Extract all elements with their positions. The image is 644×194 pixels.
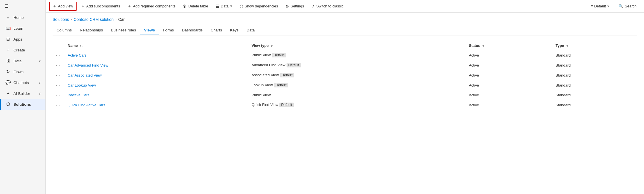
row-actions[interactable]: ··· bbox=[53, 80, 64, 90]
switch-classic-button[interactable]: ↗ Switch to classic bbox=[308, 2, 347, 10]
th-name-label: Name bbox=[68, 43, 78, 48]
switch-classic-label: Switch to classic bbox=[316, 4, 343, 8]
row-actions[interactable]: ··· bbox=[53, 60, 64, 70]
add-view-button[interactable]: ＋ Add view bbox=[49, 2, 77, 11]
data-toolbar-icon: ☰ bbox=[216, 4, 219, 9]
sidebar-item-ai-builder[interactable]: ✦ AI Builder ∨ bbox=[0, 88, 45, 99]
row-type: Standard bbox=[552, 100, 637, 110]
row-name[interactable]: Quick Find Active Cars bbox=[64, 100, 248, 110]
main-content: ＋ Add view ＋ Add subcomponents ＋ Add req… bbox=[46, 0, 644, 194]
tab-relationships[interactable]: Relationships bbox=[76, 26, 107, 35]
add-required-components-button[interactable]: ＋ Add required components bbox=[124, 2, 179, 11]
tab-forms[interactable]: Forms bbox=[159, 26, 178, 35]
add-req-icon: ＋ bbox=[127, 4, 131, 9]
data-chevron-icon: ∨ bbox=[39, 59, 41, 63]
row-name[interactable]: Car Advanced Find View bbox=[64, 60, 248, 70]
lines-icon: ≡ bbox=[591, 4, 593, 8]
row-actions[interactable]: ··· bbox=[53, 100, 64, 110]
settings-label: Settings bbox=[291, 4, 304, 8]
row-actions[interactable]: ··· bbox=[53, 70, 64, 80]
delete-icon: 🗑 bbox=[183, 4, 187, 9]
sidebar-item-create[interactable]: ＋ Create bbox=[0, 45, 45, 56]
table-row[interactable]: ···Car Associated ViewAssociated ViewDef… bbox=[53, 70, 637, 80]
th-status-label: Status bbox=[469, 43, 480, 48]
sidebar-item-chatbots[interactable]: 💬 Chatbots ∨ bbox=[0, 77, 45, 88]
breadcrumb-solutions[interactable]: Solutions bbox=[53, 17, 69, 22]
tab-data[interactable]: Data bbox=[243, 26, 259, 35]
flows-icon: ↻ bbox=[5, 69, 11, 74]
row-actions[interactable]: ··· bbox=[53, 90, 64, 100]
sidebar-item-data-label: Data bbox=[13, 59, 22, 63]
row-view-type: Lookup ViewDefault bbox=[248, 80, 465, 90]
delete-table-button[interactable]: 🗑 Delete table bbox=[180, 2, 211, 10]
data-button[interactable]: ☰ Data ∨ bbox=[213, 2, 235, 10]
sidebar-item-data[interactable]: 🗄 Data ∨ bbox=[0, 56, 45, 66]
type-sort-icon: ∨ bbox=[566, 44, 568, 47]
tab-keys[interactable]: Keys bbox=[226, 26, 243, 35]
add-view-label: Add view bbox=[58, 4, 73, 8]
tab-charts[interactable]: Charts bbox=[207, 26, 226, 35]
row-type: Standard bbox=[552, 70, 637, 80]
table-row[interactable]: ···Inactive CarsPublic ViewActiveStandar… bbox=[53, 90, 637, 100]
dependencies-icon: ⬡ bbox=[240, 4, 243, 9]
switch-classic-icon: ↗ bbox=[311, 4, 315, 9]
breadcrumb-contoso-crm[interactable]: Contoso CRM solution bbox=[74, 17, 114, 22]
tab-business-rules[interactable]: Business rules bbox=[107, 26, 140, 35]
th-type[interactable]: Type ∨ bbox=[552, 41, 637, 50]
sidebar-item-flows[interactable]: ↻ Flows bbox=[0, 66, 45, 77]
breadcrumb-sep-1: › bbox=[71, 17, 72, 21]
sidebar-item-apps-label: Apps bbox=[13, 37, 22, 41]
sidebar-item-learn[interactable]: 📖 Learn bbox=[0, 23, 45, 34]
add-subcomponents-button[interactable]: ＋ Add subcomponents bbox=[78, 2, 123, 11]
tab-columns[interactable]: Columns bbox=[53, 26, 76, 35]
chatbots-chevron-icon: ∨ bbox=[39, 81, 41, 85]
row-name[interactable]: Car Lookup View bbox=[64, 80, 248, 90]
th-status[interactable]: Status ∨ bbox=[465, 41, 552, 50]
row-name[interactable]: Car Associated View bbox=[64, 70, 248, 80]
row-view-type: Public ViewDefault bbox=[248, 50, 465, 60]
row-type: Standard bbox=[552, 90, 637, 100]
add-sub-icon: ＋ bbox=[81, 4, 85, 9]
tab-dashboards[interactable]: Dashboards bbox=[178, 26, 207, 35]
sidebar-item-apps[interactable]: ⊞ Apps bbox=[0, 34, 45, 45]
th-actions bbox=[53, 41, 64, 50]
view-type-sort-icon: ∨ bbox=[271, 44, 273, 47]
row-status: Active bbox=[465, 60, 552, 70]
tab-views[interactable]: Views bbox=[140, 26, 159, 35]
learn-icon: 📖 bbox=[5, 26, 11, 31]
row-view-type: Associated ViewDefault bbox=[248, 70, 465, 80]
row-status: Active bbox=[465, 90, 552, 100]
row-actions[interactable]: ··· bbox=[53, 50, 64, 60]
default-view-button[interactable]: ≡ Default ∨ bbox=[588, 3, 612, 10]
table-row[interactable]: ···Active CarsPublic ViewDefaultActiveSt… bbox=[53, 50, 637, 60]
add-subcomponents-label: Add subcomponents bbox=[86, 4, 120, 8]
view-type-badge: Default bbox=[279, 103, 294, 107]
view-type-badge: Default bbox=[287, 63, 301, 67]
solutions-icon: ⬡ bbox=[5, 102, 11, 107]
sidebar-item-home[interactable]: ⌂ Home bbox=[0, 12, 45, 23]
th-name[interactable]: Name ↑↓ bbox=[64, 41, 248, 50]
views-table: Name ↑↓ View type ∨ Status ∨ Type ∨ bbox=[53, 41, 637, 110]
content-area: Solutions › Contoso CRM solution › Car C… bbox=[46, 13, 644, 194]
sidebar-item-solutions[interactable]: ⬡ Solutions bbox=[0, 99, 45, 110]
table-row[interactable]: ···Car Lookup ViewLookup ViewDefaultActi… bbox=[53, 80, 637, 90]
hamburger-menu[interactable]: ☰ bbox=[0, 0, 45, 12]
sidebar-item-home-label: Home bbox=[13, 15, 24, 20]
row-status: Active bbox=[465, 70, 552, 80]
row-name[interactable]: Inactive Cars bbox=[64, 90, 248, 100]
data-label: Data bbox=[221, 4, 229, 8]
row-name[interactable]: Active Cars bbox=[64, 50, 248, 60]
apps-icon: ⊞ bbox=[5, 37, 11, 42]
view-type-badge: Default bbox=[280, 73, 294, 77]
add-view-icon: ＋ bbox=[53, 4, 57, 9]
settings-button[interactable]: ⚙ Settings bbox=[282, 2, 307, 10]
show-dependencies-button[interactable]: ⬡ Show dependencies bbox=[237, 2, 281, 10]
search-button[interactable]: 🔍 Search bbox=[615, 3, 641, 10]
status-sort-icon: ∨ bbox=[482, 44, 484, 47]
table-row[interactable]: ···Car Advanced Find ViewAdvanced Find V… bbox=[53, 60, 637, 70]
ai-builder-icon: ✦ bbox=[5, 91, 11, 96]
row-type: Standard bbox=[552, 50, 637, 60]
th-view-type[interactable]: View type ∨ bbox=[248, 41, 465, 50]
table-row[interactable]: ···Quick Find Active CarsQuick Find View… bbox=[53, 100, 637, 110]
sidebar-item-solutions-label: Solutions bbox=[13, 102, 31, 107]
